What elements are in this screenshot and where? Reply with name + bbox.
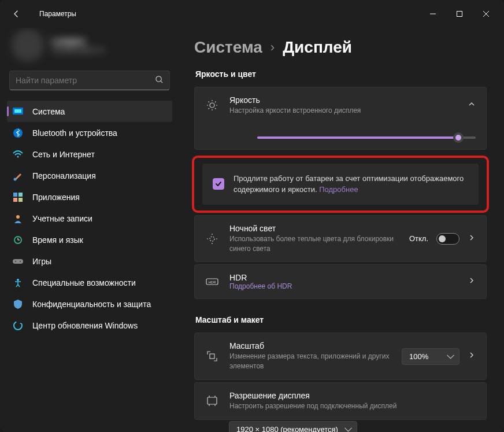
chevron-right-icon[interactable]: [468, 351, 476, 361]
card-title: Масштаб: [229, 341, 391, 350]
maximize-button[interactable]: [446, 5, 473, 23]
sidebar-item-gaming[interactable]: Игры: [7, 250, 172, 272]
learn-more-link[interactable]: Подробнее: [319, 185, 358, 194]
sidebar-item-time[interactable]: Время и язык: [7, 229, 172, 250]
svg-rect-11: [13, 193, 17, 197]
hdr-link[interactable]: Подробнее об HDR: [229, 282, 457, 290]
battery-opt-checkbox[interactable]: [213, 178, 224, 190]
clock-icon: [13, 235, 23, 245]
svg-point-24: [14, 322, 22, 330]
brush-icon: [13, 171, 23, 181]
nav-list: Система Bluetooth и устройства Сеть и Ин…: [7, 101, 172, 336]
sun-icon: [205, 99, 219, 111]
window-title: Параметры: [39, 10, 76, 18]
minimize-button[interactable]: [420, 5, 446, 23]
battery-optimization-card[interactable]: Продлите работу от батареи за счет оптим…: [202, 164, 479, 205]
bluetooth-icon: [13, 128, 23, 138]
card-title: Ночной свет: [229, 224, 399, 233]
card-desc: Использовать более теплые цвета для блок…: [229, 234, 399, 254]
chevron-right-icon[interactable]: [468, 234, 476, 244]
nav-label: Специальные возможности: [32, 278, 136, 287]
search-input[interactable]: [9, 71, 170, 90]
titlebar: Параметры: [0, 0, 504, 28]
svg-point-15: [16, 215, 20, 219]
nav-label: Bluetooth и устройства: [32, 128, 117, 138]
sidebar-item-accessibility[interactable]: Специальные возможности: [7, 272, 172, 293]
update-icon: [13, 320, 23, 331]
nav-label: Игры: [32, 257, 51, 266]
card-title: Яркость: [229, 95, 457, 105]
svg-rect-42: [207, 397, 217, 404]
card-desc: Настройка яркости встроенного дисплея: [229, 106, 457, 116]
system-icon: [13, 106, 23, 117]
wifi-icon: [13, 149, 23, 160]
nav-label: Конфиденциальность и защита: [32, 300, 151, 309]
night-light-card[interactable]: Ночной свет Использовать более теплые цв…: [194, 215, 487, 263]
main-content: Система › Дисплей Яркость и цвет Яркость…: [179, 28, 504, 432]
resolution-card[interactable]: Разрешение дисплея Настроить разрешение …: [194, 382, 487, 420]
scale-card[interactable]: Масштаб Изменение размера текста, прилож…: [194, 333, 487, 380]
toggle-state: Откл.: [409, 234, 428, 243]
svg-rect-13: [13, 198, 17, 202]
svg-line-32: [209, 108, 210, 109]
window-controls: [420, 5, 499, 23]
sidebar: Lumpicsuser@lumpics.ru Система Bluetooth…: [0, 28, 179, 432]
breadcrumb-parent[interactable]: Система: [194, 38, 262, 57]
sidebar-item-personalization[interactable]: Персонализация: [7, 165, 172, 186]
scale-dropdown[interactable]: 100%: [402, 348, 459, 365]
nav-label: Сеть и Интернет: [32, 150, 95, 159]
nav-label: Персонализация: [32, 171, 96, 180]
sidebar-item-accounts[interactable]: Учетные записи: [7, 208, 172, 229]
sidebar-item-network[interactable]: Сеть и Интернет: [7, 143, 172, 165]
svg-rect-41: [210, 354, 214, 359]
chevron-up-icon[interactable]: [468, 100, 476, 110]
card-desc: Изменение размера текста, приложений и д…: [229, 352, 391, 371]
settings-window: Параметры Lumpicsuser@lumpics.ru Система…: [0, 0, 504, 432]
svg-rect-12: [18, 193, 23, 197]
close-button[interactable]: [473, 5, 499, 23]
svg-line-33: [215, 102, 216, 103]
avatar: [12, 29, 44, 61]
chevron-right-icon: ›: [270, 40, 275, 55]
svg-rect-1: [457, 12, 462, 17]
svg-rect-14: [18, 198, 23, 202]
svg-point-4: [156, 76, 161, 81]
nav-label: Приложения: [32, 193, 80, 202]
highlight-annotation: Продлите работу от батареи за счет оптим…: [192, 156, 489, 213]
resolution-dropdown[interactable]: 1920 × 1080 (рекомендуется): [229, 421, 357, 432]
battery-opt-text: Продлите работу от батареи за счет оптим…: [234, 173, 468, 195]
brightness-slider[interactable]: [257, 136, 476, 139]
night-light-toggle[interactable]: [436, 233, 459, 245]
svg-point-21: [15, 261, 16, 262]
svg-text:HDR: HDR: [209, 280, 217, 284]
section-title-brightness: Яркость и цвет: [195, 69, 487, 79]
night-light-icon: [205, 233, 219, 245]
sidebar-item-system[interactable]: Система: [7, 101, 172, 122]
apps-icon: [13, 192, 23, 202]
nav-label: Центр обновления Windows: [32, 321, 138, 330]
brightness-card[interactable]: Яркость Настройка яркости встроенного ди…: [194, 87, 487, 150]
hdr-icon: HDR: [205, 277, 219, 286]
resolution-icon: [205, 395, 219, 407]
breadcrumb: Система › Дисплей: [194, 38, 487, 57]
search-field[interactable]: [16, 76, 155, 85]
hdr-card[interactable]: HDR HDR Подробнее об HDR: [194, 264, 487, 299]
sidebar-item-update[interactable]: Центр обновления Windows: [7, 315, 172, 336]
nav-label: Время и язык: [32, 235, 83, 245]
sidebar-item-apps[interactable]: Приложения: [7, 186, 172, 208]
accounts-icon: [13, 213, 23, 224]
svg-point-25: [210, 103, 214, 108]
slider-thumb[interactable]: [453, 132, 464, 143]
card-desc: Настроить разрешение под подключенный ди…: [229, 401, 476, 411]
profile-block[interactable]: Lumpicsuser@lumpics.ru: [7, 28, 172, 68]
nav-label: Учетные записи: [32, 214, 92, 223]
breadcrumb-current: Дисплей: [283, 38, 352, 57]
sidebar-item-privacy[interactable]: Конфиденциальность и защита: [7, 293, 172, 315]
card-title: Разрешение дисплея: [229, 391, 476, 400]
svg-line-30: [209, 102, 210, 103]
sidebar-item-bluetooth[interactable]: Bluetooth и устройства: [7, 122, 172, 143]
scale-icon: [205, 350, 219, 362]
section-title-scale: Масштаб и макет: [195, 315, 487, 324]
back-button[interactable]: [5, 2, 28, 25]
chevron-right-icon[interactable]: [468, 276, 476, 287]
